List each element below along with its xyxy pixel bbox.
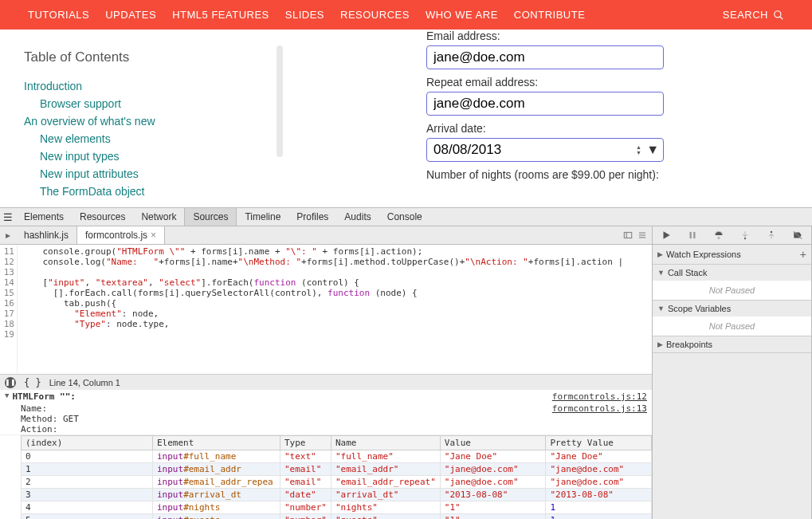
search-icon <box>773 10 784 21</box>
disclosure-triangle-icon[interactable]: ▼ <box>5 391 9 402</box>
search-label: SEARCH <box>723 9 768 21</box>
email-label: Email address: <box>426 29 788 42</box>
table-header[interactable]: Pretty Value <box>546 436 652 450</box>
console-group-header[interactable]: ▼ HTMLForm "": formcontrols.js:12 <box>0 390 652 403</box>
call-stack-not-paused: Not Paused <box>653 281 811 300</box>
file-tab-formcontrols[interactable]: formcontrols.js× <box>77 226 165 244</box>
resume-icon[interactable] <box>661 230 672 241</box>
debugger-controls <box>653 226 811 245</box>
toc-list: IntroductionBrowser supportAn overview o… <box>24 80 259 198</box>
table-row: 4input#nights"number""nights""1"1 <box>22 501 652 514</box>
nav-link[interactable]: HTML5 FEATURES <box>172 9 269 21</box>
deactivate-breakpoints-icon[interactable] <box>792 230 803 241</box>
nav-link[interactable]: TUTORIALS <box>28 9 89 21</box>
repeat-email-label: Repeat email address: <box>426 76 788 88</box>
svg-rect-8 <box>689 232 691 238</box>
svg-rect-2 <box>624 233 631 238</box>
toc-link[interactable]: Browser support <box>40 97 121 110</box>
step-out-icon[interactable] <box>766 230 777 241</box>
call-stack-header[interactable]: ▼Call Stack <box>653 265 811 281</box>
cursor-position: Line 14, Column 1 <box>49 378 120 387</box>
devtools-tab[interactable]: Elements <box>16 208 72 226</box>
pause-icon[interactable] <box>687 230 698 241</box>
step-over-icon[interactable] <box>713 230 724 241</box>
line-gutter: 11 12 13 14 15 16 17 18 19 <box>0 245 18 374</box>
svg-line-1 <box>780 16 783 19</box>
devtools-tab[interactable]: Audits <box>336 208 379 226</box>
devtools-icon[interactable]: ☰ <box>0 211 16 223</box>
table-row: 3input#arrival_dt"date""arrival_dt""2013… <box>22 489 652 501</box>
console-table: (index)ElementTypeNameValuePretty Value … <box>21 435 652 519</box>
devtools-tab[interactable]: Profiles <box>288 208 336 226</box>
nav-link[interactable]: RESOURCES <box>340 9 410 21</box>
devtools-panel: ☰ ElementsResourcesNetworkSourcesTimelin… <box>0 207 812 519</box>
editor-status-line: ❚❚ { } Line 14, Column 1 <box>0 374 652 390</box>
pretty-print-icon[interactable]: { } <box>24 377 41 388</box>
arrival-date-label: Arrival date: <box>426 122 788 135</box>
svg-point-0 <box>775 10 781 17</box>
console-source-link-1[interactable]: formcontrols.js:12 <box>552 391 647 402</box>
console-table-body: 0input#full_name"text""full_name""Jane D… <box>22 450 652 520</box>
sources-pane: ▸ hashlink.js formcontrols.js× 11 12 13 … <box>0 226 653 519</box>
scope-variables-header[interactable]: ▼Scope Variables <box>653 301 811 317</box>
repeat-email-input[interactable] <box>426 92 664 116</box>
toc-link[interactable]: An overview of what's new <box>24 115 155 128</box>
table-row: 2input#email_addr_repea"email""email_add… <box>22 476 652 489</box>
toc-link[interactable]: New elements <box>40 132 111 145</box>
date-spinner[interactable]: ▲▼ <box>636 144 641 155</box>
debugger-sidepanel: ▶Watch Expressions+ ▼Call Stack Not Paus… <box>653 226 812 519</box>
table-row: 1input#email_addr"email""email_addr""jan… <box>22 463 652 476</box>
toc-link[interactable]: Introduction <box>24 80 82 92</box>
table-header[interactable]: Value <box>440 436 546 450</box>
history-icon[interactable] <box>622 230 634 241</box>
scope-not-paused: Not Paused <box>653 317 811 336</box>
svg-rect-9 <box>693 232 695 238</box>
toc-link[interactable]: New input types <box>40 150 120 163</box>
nav-items: TUTORIALSUPDATESHTML5 FEATURESSLIDESRESO… <box>28 9 585 21</box>
main-form-area: Email address: Repeat email address: Arr… <box>283 29 812 207</box>
sidebar-scrollbar[interactable] <box>277 45 283 157</box>
navigator-toggle-icon[interactable]: ▸ <box>0 230 16 241</box>
file-tab-hashlink[interactable]: hashlink.js <box>16 226 77 244</box>
nav-link[interactable]: CONTRIBUTE <box>514 9 586 21</box>
devtools-tab[interactable]: Timeline <box>237 208 288 226</box>
toc-link[interactable]: The FormData object <box>40 185 145 198</box>
date-picker-toggle[interactable]: ▼ <box>646 143 659 157</box>
drawer-icon[interactable] <box>637 230 648 241</box>
pause-on-exceptions-icon[interactable]: ❚❚ <box>5 377 16 388</box>
table-header[interactable]: Type <box>280 436 331 450</box>
code-editor[interactable]: 11 12 13 14 15 16 17 18 19 console.group… <box>0 245 652 374</box>
top-navbar: TUTORIALSUPDATESHTML5 FEATURESSLIDESRESO… <box>0 0 812 29</box>
code-content: console.group("HTMLForm \"" + forms[i].n… <box>18 245 652 374</box>
add-watch-icon[interactable]: + <box>800 248 806 261</box>
file-tabs: ▸ hashlink.js formcontrols.js× <box>0 226 652 245</box>
breakpoints-header[interactable]: ▶Breakpoints <box>653 336 811 352</box>
step-into-icon[interactable] <box>739 230 751 241</box>
devtools-tab[interactable]: Console <box>379 208 430 226</box>
toc-title: Table of Contents <box>24 49 259 65</box>
devtools-tabs: ☰ ElementsResourcesNetworkSourcesTimelin… <box>0 208 812 226</box>
nav-link[interactable]: SLIDES <box>285 9 324 21</box>
nav-link[interactable]: WHO WE ARE <box>426 9 498 21</box>
devtools-tab[interactable]: Network <box>133 208 184 226</box>
svg-point-12 <box>771 231 772 233</box>
search-control[interactable]: SEARCH <box>723 9 784 21</box>
email-input[interactable] <box>426 45 664 69</box>
nav-link[interactable]: UPDATES <box>105 9 156 21</box>
table-row: 5input#guests"number""guests""1"1 <box>22 514 652 520</box>
devtools-tab[interactable]: Resources <box>72 208 133 226</box>
table-header[interactable]: Name <box>331 436 440 450</box>
table-header[interactable]: (index) <box>22 436 153 450</box>
console-source-link-2[interactable]: formcontrols.js:13 <box>552 403 647 434</box>
console-log-entry: Name: Method: GET Action: formcontrols.j… <box>0 403 652 435</box>
devtools-tab[interactable]: Sources <box>184 208 237 226</box>
page-content: Table of Contents IntroductionBrowser su… <box>0 29 812 207</box>
toc-sidebar: Table of Contents IntroductionBrowser su… <box>0 29 283 207</box>
console-pane: ▼ HTMLForm "": formcontrols.js:12 Name: … <box>0 390 652 519</box>
toc-link[interactable]: New input attributes <box>40 167 139 180</box>
arrival-date-input[interactable] <box>426 138 664 162</box>
watch-expressions-header[interactable]: ▶Watch Expressions+ <box>653 245 811 264</box>
svg-point-10 <box>718 237 720 238</box>
close-icon[interactable]: × <box>151 230 156 241</box>
table-header[interactable]: Element <box>153 436 280 450</box>
